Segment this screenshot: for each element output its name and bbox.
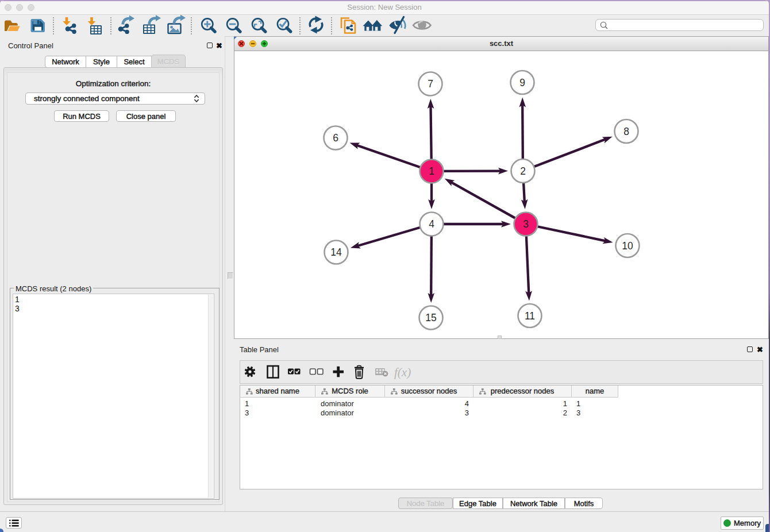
svg-text:2: 2 bbox=[520, 165, 526, 177]
svg-text:4: 4 bbox=[429, 218, 434, 230]
svg-text:10: 10 bbox=[622, 240, 633, 252]
svg-text:3: 3 bbox=[523, 218, 529, 230]
svg-text:9: 9 bbox=[519, 77, 525, 88]
svg-text:7: 7 bbox=[428, 78, 433, 90]
svg-text:f(x): f(x) bbox=[394, 365, 411, 379]
svg-text:14: 14 bbox=[330, 246, 342, 258]
svg-text:1: 1 bbox=[429, 165, 434, 177]
svg-text:6: 6 bbox=[333, 132, 338, 144]
svg-text:15: 15 bbox=[425, 312, 436, 323]
svg-text:11: 11 bbox=[525, 310, 535, 322]
svg-text:8: 8 bbox=[623, 126, 629, 137]
